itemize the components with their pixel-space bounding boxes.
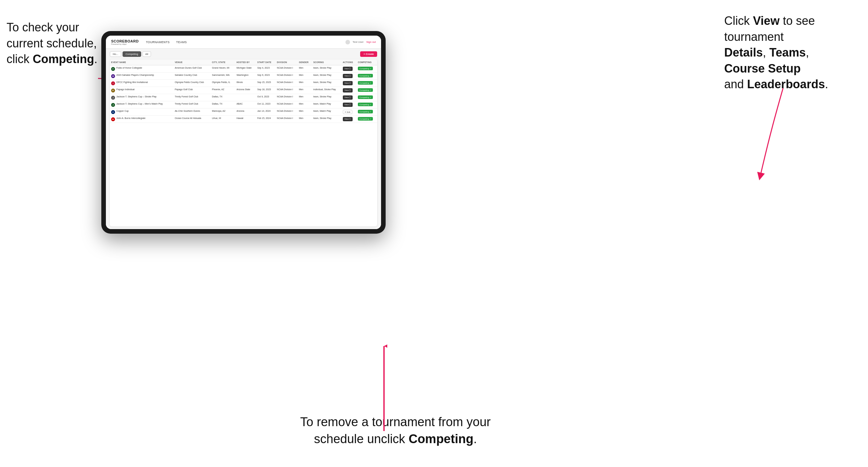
table-row: A Copper Cup Ak-Chin Southern DunesMaric…	[110, 108, 377, 116]
nav-tournaments[interactable]: TOURNAMENTS	[145, 40, 170, 44]
tablet-screen: SCOREBOARD Powered by clippi TOURNAMENTS…	[106, 36, 381, 229]
tab-all[interactable]: All	[143, 51, 151, 57]
cell-venue: Ocean Course At Hokuala	[174, 116, 211, 123]
table-row: J Jackson T. Stephens Cup – Men's Match …	[110, 101, 377, 108]
event-name-cell: A Copper Cup	[111, 110, 172, 114]
cell-division: NCAA Division I	[276, 94, 298, 101]
cell-gender: Men	[298, 87, 312, 94]
content-area: Ho... Competing All + Create EVENT NAME …	[106, 49, 381, 229]
competing-button[interactable]: Competing ✓	[358, 110, 373, 114]
cell-city: Dallas, TX	[211, 101, 235, 108]
tournament-table: EVENT NAME VENUE CITY, STATE HOSTED BY S…	[110, 60, 377, 226]
actions-cell: View ⓘ	[342, 87, 356, 94]
actions-cell: View ⓘ	[342, 94, 356, 101]
col-date: START DATE	[256, 60, 276, 65]
scoreboard-logo: SCOREBOARD Powered by clippi	[111, 39, 138, 45]
view-button[interactable]: View ⓘ	[343, 67, 353, 71]
cell-division: NCAA Division I	[276, 108, 298, 116]
col-scoring: SCORING	[312, 60, 342, 65]
cell-venue: Papago Golf Club	[174, 87, 211, 94]
cell-venue: Sahalee Country Club	[174, 72, 211, 80]
cell-scoring: team, Match Play	[312, 101, 342, 108]
tab-home[interactable]: Ho...	[110, 51, 121, 57]
actions-cell: View ⓘ	[342, 116, 356, 123]
event-name-cell: P Papago Individual	[111, 88, 172, 92]
cell-venue: Trinity Forest Golf Club	[174, 94, 211, 101]
cell-gender: Men	[298, 116, 312, 123]
competing-cell: Competing ✓	[356, 116, 377, 123]
table-row: F Folds of Honor Collegiate American Dun…	[110, 65, 377, 72]
view-button[interactable]: View ⓘ	[343, 95, 353, 100]
team-logo: H	[111, 117, 115, 121]
cell-scoring: team, Stroke Play	[312, 80, 342, 87]
cell-hosted: Illinois	[235, 80, 256, 87]
competing-cell: Competing ✓	[356, 101, 377, 108]
user-text: Test User	[352, 40, 364, 43]
actions-cell: ✏ Edit	[342, 108, 356, 116]
nav-right: Test User Sign out	[345, 40, 376, 44]
competing-cell: Competing ✓	[356, 94, 377, 101]
cell-scoring: individual, Stroke Play	[312, 87, 342, 94]
cell-division: NCAA Division I	[276, 116, 298, 123]
event-name-cell: W 2023 Sahalee Players Championship	[111, 74, 172, 78]
view-button[interactable]: View ⓘ	[343, 103, 353, 107]
arrow-right	[750, 85, 816, 183]
competing-button[interactable]: Competing ✓	[358, 67, 373, 70]
competing-button[interactable]: Competing ✓	[358, 117, 373, 121]
annotation-bottom: To remove a tournament from your schedul…	[281, 414, 510, 447]
tablet-frame: SCOREBOARD Powered by clippi TOURNAMENTS…	[101, 31, 385, 234]
view-button[interactable]: View ⓘ	[343, 88, 353, 92]
event-text: Jackson T. Stephens Cup – Men's Match Pl…	[116, 103, 163, 105]
cell-gender: Men	[298, 101, 312, 108]
competing-button[interactable]: Competing ✓	[358, 103, 373, 106]
cell-city: Lihue, HI	[211, 116, 235, 123]
table-row: P Papago Individual Papago Golf ClubPhoe…	[110, 87, 377, 94]
event-name-cell: J Jackson T. Stephens Cup – Men's Match …	[111, 103, 172, 107]
cell-venue: Olympia Fields Country Club	[174, 80, 211, 87]
cell-gender: Men	[298, 65, 312, 72]
tab-competing[interactable]: Competing	[123, 51, 141, 57]
cell-scoring: team, Stroke Play	[312, 65, 342, 72]
view-button[interactable]: View ⓘ	[343, 74, 353, 78]
cell-hosted: Washington	[235, 72, 256, 80]
logo-main: SCOREBOARD	[111, 39, 138, 43]
view-button[interactable]: View ⓘ	[343, 117, 353, 121]
table-header-row: EVENT NAME VENUE CITY, STATE HOSTED BY S…	[110, 60, 377, 65]
cell-date: Sep 18, 2023	[256, 87, 276, 94]
cell-city: Sammamish, WA	[211, 72, 235, 80]
competing-cell: Competing ✓	[356, 108, 377, 116]
competing-cell: Competing ✓	[356, 80, 377, 87]
cell-division: NCAA Division I	[276, 101, 298, 108]
cell-hosted: ABAC	[235, 101, 256, 108]
navbar: SCOREBOARD Powered by clippi TOURNAMENTS…	[106, 36, 381, 49]
cell-hosted	[235, 94, 256, 101]
cell-scoring: team, Match Play	[312, 108, 342, 116]
sign-out-link[interactable]: Sign out	[366, 40, 376, 43]
cell-hosted: Hawaii	[235, 116, 256, 123]
cell-city: Olympia Fields, IL	[211, 80, 235, 87]
cell-scoring: team, Stroke Play	[312, 72, 342, 80]
event-text: Jackson T. Stephens Cup – Stroke Play	[116, 95, 157, 98]
cell-gender: Men	[298, 72, 312, 80]
filter-row: Ho... Competing All + Create	[110, 51, 377, 57]
view-button[interactable]: View ⓘ	[343, 81, 353, 85]
nav-teams[interactable]: TEAMS	[176, 40, 188, 44]
team-logo: F	[111, 67, 115, 71]
cell-division: NCAA Division I	[276, 72, 298, 80]
event-name-cell: J Jackson T. Stephens Cup – Stroke Play	[111, 95, 172, 100]
edit-button[interactable]: ✏ Edit	[343, 110, 352, 114]
competing-button[interactable]: Competing ✓	[358, 81, 373, 85]
competing-button[interactable]: Competing ✓	[358, 74, 373, 77]
cell-hosted: Arizona State	[235, 87, 256, 94]
competing-button[interactable]: Competing ✓	[358, 95, 373, 99]
col-competing: COMPETING	[356, 60, 377, 65]
nav-links: TOURNAMENTS TEAMS	[145, 40, 345, 44]
competing-button[interactable]: Competing ✓	[358, 88, 373, 92]
cell-gender: Men	[298, 94, 312, 101]
cell-date: Sep 15, 2023	[256, 80, 276, 87]
create-button[interactable]: + Create	[360, 51, 377, 57]
event-text: OFCC Fighting Illini Invitational	[116, 81, 148, 83]
event-text: 2023 Sahalee Players Championship	[116, 74, 154, 76]
col-division: DIVISION	[276, 60, 298, 65]
annotation-top-right: Click View to see tournament Details, Te…	[724, 13, 862, 92]
